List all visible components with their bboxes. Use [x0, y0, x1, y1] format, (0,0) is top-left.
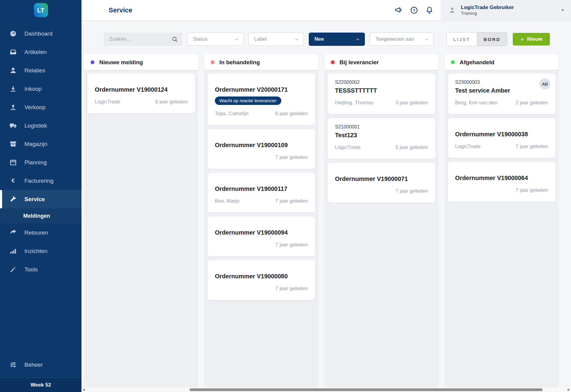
- kanban-card[interactable]: S22000002 TESSSTTTTTT Heijting, Thomas 3…: [328, 74, 435, 114]
- kanban-column-title: Bij leverancier: [340, 59, 379, 66]
- kanban-column: Afgehandeld AB S23000003 Test service Am…: [445, 55, 559, 387]
- assigned-filter[interactable]: Toegewezen aan: [370, 33, 434, 46]
- sidebar-item-label: Logistiek: [24, 122, 47, 129]
- card-assignee: LogicTrade: [335, 144, 360, 150]
- sidebar-item-planning[interactable]: Planning: [0, 153, 81, 172]
- kanban-column-body: AB S23000003 Test service Amber Berg, Ki…: [445, 70, 559, 387]
- kanban-card[interactable]: Ordernummer V19000117 Bos, Marjo 7 jaar …: [208, 173, 315, 213]
- archived-filter[interactable]: Nee: [309, 33, 365, 46]
- sidebar-item-label: Inkoop: [24, 86, 42, 92]
- week-indicator: Week 52: [0, 378, 81, 392]
- plus-icon: +: [520, 36, 524, 43]
- card-order-title: Test123: [335, 132, 428, 139]
- user-text: LogicTrade Gebruiker Training: [461, 4, 514, 16]
- kanban-card[interactable]: Ordernummer V19000109 7 jaar geleden: [208, 129, 315, 169]
- card-footer: 7 jaar geleden: [215, 154, 308, 160]
- sidebar-item-retouren[interactable]: Retouren: [0, 223, 81, 242]
- card-age: 7 jaar geleden: [275, 286, 308, 292]
- card-age: 5 jaar geleden: [395, 144, 428, 150]
- main-area: Service ? LogicTrade Gebruiker Training: [81, 0, 571, 392]
- kanban-card[interactable]: Ordernummer V20000171 Wacht op reactie l…: [208, 74, 315, 125]
- kanban-card[interactable]: Ordernummer V19000071 7 jaar geleden: [328, 163, 435, 203]
- card-order-title: Ordernummer V20000171: [215, 86, 308, 93]
- scroll-right-arrow-icon[interactable]: ▶: [568, 388, 570, 391]
- sidebar-item-label: Retouren: [24, 229, 48, 236]
- chevron-down-icon: [424, 37, 429, 42]
- sidebar-item-label: Magazijn: [24, 141, 47, 147]
- kanban-column-title: Afgehandeld: [460, 59, 494, 66]
- card-order-title: Ordernummer V19000124: [95, 86, 188, 93]
- view-toggle-list[interactable]: LIJST: [447, 33, 477, 46]
- sidebar-item-label: Relaties: [24, 67, 45, 74]
- card-order-title: Ordernummer V19000064: [455, 175, 548, 182]
- scrollbar-thumb[interactable]: [190, 388, 543, 391]
- sidebar-subitem-meldingen[interactable]: Meldingen: [0, 208, 81, 223]
- status-dot-icon: [451, 60, 455, 64]
- user-menu[interactable]: LogicTrade Gebruiker Training: [441, 0, 571, 20]
- archived-filter-value: Nee: [314, 36, 324, 42]
- card-age: 7 jaar geleden: [515, 187, 548, 193]
- search-input[interactable]: [109, 36, 169, 43]
- sidebar-item-verkoop[interactable]: Verkoop: [0, 98, 81, 116]
- bell-icon[interactable]: [425, 6, 434, 14]
- card-order-title: TESSSTTTTTT: [335, 87, 428, 94]
- kanban-column-body: S22000002 TESSSTTTTTT Heijting, Thomas 3…: [324, 70, 439, 387]
- kanban-column-body: Ordernummer V20000171 Wacht op reactie l…: [204, 70, 318, 387]
- kanban-card[interactable]: Ordernummer V19000038 LogicTrade 7 jaar …: [448, 118, 555, 158]
- sidebar-item-service[interactable]: Service: [0, 190, 81, 208]
- sidebar-item-dashboard[interactable]: Dashboard: [0, 24, 81, 43]
- card-order-title: Test service Amber: [455, 87, 548, 94]
- sidebar-item-beheer[interactable]: Beheer: [0, 356, 81, 374]
- logictrade-logo[interactable]: LT: [34, 3, 48, 17]
- card-badge-row: Wacht op reactie leverancier: [215, 93, 308, 105]
- sidebar-item-facturering[interactable]: € Facturering: [0, 172, 81, 190]
- chevron-down-icon: [356, 37, 360, 42]
- sidebar-item-label: Facturering: [24, 178, 53, 184]
- euro-icon: €: [9, 177, 17, 185]
- header-right: ? LogicTrade Gebruiker Training: [394, 0, 571, 20]
- search-icon[interactable]: [172, 36, 178, 43]
- help-icon[interactable]: ?: [410, 6, 418, 14]
- kanban-card[interactable]: Ordernummer V19000124 LogicTrade 6 jaar …: [88, 74, 195, 113]
- card-age: 7 jaar geleden: [275, 242, 308, 248]
- view-toggle-board[interactable]: BORD: [477, 33, 507, 46]
- kanban-card[interactable]: Ordernummer V19000064 7 jaar geleden: [448, 162, 555, 202]
- kanban-column-body: Ordernummer V19000124 LogicTrade 6 jaar …: [84, 70, 198, 387]
- sidebar-item-magazijn[interactable]: Magazijn: [0, 135, 81, 153]
- user-avatar-icon: [448, 6, 456, 14]
- status-dot-icon: [91, 60, 94, 64]
- scroll-left-arrow-icon[interactable]: ◀: [83, 388, 85, 391]
- sidebar-nav: Dashboard Artikelen Relaties Inkoop Verk…: [0, 24, 81, 279]
- horizontal-scrollbar[interactable]: ◀ ▶: [81, 387, 571, 392]
- megaphone-icon[interactable]: [394, 6, 403, 14]
- kanban-card[interactable]: Ordernummer V19000080 7 jaar geleden: [208, 260, 315, 300]
- sidebar-item-relaties[interactable]: Relaties: [0, 61, 81, 80]
- card-footer: Tops, Cathelijn 6 jaar geleden: [215, 111, 308, 117]
- card-order-title: Ordernummer V19000094: [215, 229, 308, 236]
- assignee-avatar: AB: [539, 78, 550, 90]
- sidebar-item-inzichten[interactable]: Inzichten: [0, 242, 81, 260]
- app-root: LT Dashboard Artikelen Relaties Inkoop V…: [0, 0, 571, 392]
- inbox-icon: [9, 48, 17, 56]
- card-footer: Bos, Marjo 7 jaar geleden: [215, 198, 308, 204]
- kanban-card[interactable]: AB S23000003 Test service Amber Berg, Ki…: [448, 74, 555, 114]
- return-arrow-icon: [9, 229, 17, 236]
- user-role: Training: [461, 11, 514, 16]
- sidebar-item-tools[interactable]: Tools: [0, 260, 81, 279]
- card-assignee: Bos, Marjo: [215, 198, 239, 204]
- download-icon: [9, 85, 17, 93]
- search-box: [104, 33, 182, 46]
- page-title: Service: [109, 6, 132, 14]
- label-filter[interactable]: Label: [248, 33, 304, 46]
- person-icon: [9, 67, 17, 74]
- sidebar-item-inkoop[interactable]: Inkoop: [0, 80, 81, 98]
- kanban-card[interactable]: Ordernummer V19000094 7 jaar geleden: [208, 217, 315, 256]
- new-button[interactable]: + Nieuw: [513, 33, 550, 46]
- card-footer: 7 jaar geleden: [215, 242, 308, 248]
- kanban-column: In behandeling Ordernummer V20000171 Wac…: [204, 55, 318, 387]
- kanban-card[interactable]: S21000001 Test123 LogicTrade 5 jaar gele…: [328, 118, 435, 159]
- status-filter[interactable]: Status: [187, 33, 244, 46]
- sidebar-item-logistiek[interactable]: Logistiek: [0, 116, 81, 135]
- sidebar-item-artikelen[interactable]: Artikelen: [0, 43, 81, 61]
- sidebar-spacer: [0, 279, 81, 356]
